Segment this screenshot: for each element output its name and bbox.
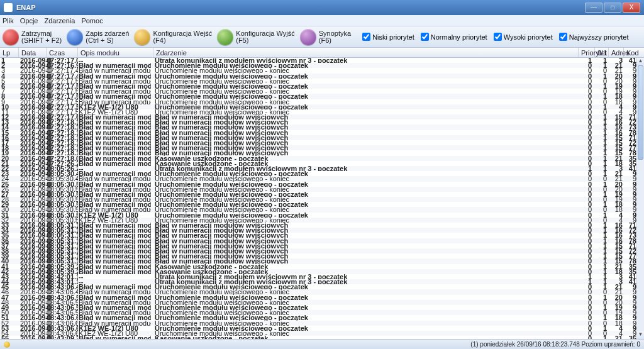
- table-row[interactable]: 542016-09-0308:43:06.653K1E2 WE-1(2) U80…: [0, 331, 636, 336]
- tb-zatrzymaj[interactable]: Zatrzymaj(SHIFT + F2): [3, 29, 62, 45]
- col-pri[interactable]: Priorytet: [579, 48, 595, 57]
- scroll-thumb[interactable]: [638, 65, 643, 160]
- col-zd[interactable]: Zdarzenie: [153, 48, 579, 57]
- table-row[interactable]: 432016-09-0308:42:01.130--Utrata komunik…: [0, 274, 636, 279]
- table-row[interactable]: 232016-09-0308:05:30.466Błąd w numeracji…: [0, 171, 636, 176]
- maximize-button[interactable]: □: [604, 3, 621, 13]
- table-row[interactable]: 152016-09-0307:27:18.131Błąd w numeracji…: [0, 130, 636, 135]
- table-row[interactable]: 302016-09-0308:05:30.562Błąd w numeracji…: [0, 207, 636, 212]
- table-row[interactable]: 422016-09-0308:05:39.260Błąd w numeracji…: [0, 269, 636, 274]
- table-row[interactable]: 262016-09-0308:05:30.501Błąd w numeracji…: [0, 187, 636, 192]
- table-row[interactable]: 392016-09-0308:05:31.168Błąd w numeracji…: [0, 253, 636, 258]
- check-niski[interactable]: Niski priorytet: [362, 33, 414, 41]
- scroll-down-icon[interactable]: ▼: [637, 331, 644, 339]
- vertical-scrollbar[interactable]: ▲ ▼: [636, 58, 644, 339]
- menu-plik[interactable]: Plik: [3, 17, 14, 25]
- menu-opcje[interactable]: Opcje: [20, 17, 38, 25]
- table-row[interactable]: 292016-09-0308:05:30.562Błąd w numeracji…: [0, 202, 636, 207]
- save-icon: [67, 29, 83, 45]
- app-icon: [4, 3, 13, 12]
- table-row[interactable]: 492016-09-0308:43:06.573Błąd w numeracji…: [0, 305, 636, 310]
- table-row[interactable]: 162016-09-0307:27:18.167Błąd w numeracji…: [0, 135, 636, 140]
- table-row[interactable]: 12016-09-0307:27:17.089--Utrata komunika…: [0, 58, 636, 63]
- synoptyka-icon: [300, 29, 316, 45]
- check-najwyzszy[interactable]: Najwyższy priorytet: [559, 33, 629, 41]
- table-row[interactable]: 32016-09-0307:27:17.467Błąd w numeracji …: [0, 68, 636, 73]
- menu-pomoc[interactable]: Pomoc: [81, 17, 103, 25]
- col-01[interactable]: 0/1: [595, 48, 609, 57]
- table-row[interactable]: 202016-09-0307:27:18.094Błąd w numeracji…: [0, 156, 636, 161]
- priority-checks: Niski priorytet Normalny priorytet Wysok…: [362, 33, 628, 41]
- config-in-icon: [134, 29, 150, 45]
- table-row[interactable]: 122016-09-0307:27:17.619Błąd w numeracji…: [0, 114, 636, 119]
- table-header: Lp ▼ Data Czas Opis modułu Zdarzenie Pri…: [0, 48, 644, 58]
- stop-icon: [3, 29, 19, 45]
- table-row[interactable]: 362016-09-0308:05:31.131Błąd w numeracji…: [0, 238, 636, 243]
- table-row[interactable]: 462016-09-0308:43:06.490Błąd w numeracji…: [0, 289, 636, 294]
- table-row[interactable]: 252016-09-0308:05:30.501Błąd w numeracji…: [0, 182, 636, 187]
- menu-zdarzenia[interactable]: Zdarzenia: [44, 17, 75, 25]
- toolbar: Zatrzymaj(SHIFT + F2) Zapis zdarzeń(Ctrl…: [0, 26, 644, 48]
- table-row[interactable]: 312016-09-0308:05:30.596K1E2 WE-1(2) U80…: [0, 213, 636, 218]
- table-row[interactable]: 382016-09-0308:05:31.168Błąd w numeracji…: [0, 248, 636, 253]
- table-row[interactable]: 452016-09-0308:43:06.490Błąd w numeracji…: [0, 284, 636, 289]
- table-row[interactable]: 102016-09-0307:27:17.595K1E2 WE-1(2) U80…: [0, 104, 636, 109]
- config-out-icon: [217, 29, 233, 45]
- scroll-up-icon[interactable]: ▲: [637, 58, 644, 65]
- table-row[interactable]: 22016-09-0307:27:16.955Błąd w numeracji …: [0, 63, 636, 68]
- status-right: (1) poniedziałek 26/09/16 08:18:23.748 P…: [470, 341, 640, 348]
- check-normalny[interactable]: Normalny priorytet: [421, 33, 487, 41]
- table-row[interactable]: 412016-09-0308:05:39.286Błąd w numeracji…: [0, 264, 636, 269]
- col-data[interactable]: Data: [19, 48, 47, 57]
- col-czas[interactable]: Czas: [47, 48, 78, 57]
- table-row[interactable]: 372016-09-0308:05:31.168Błąd w numeracji…: [0, 243, 636, 248]
- table-row[interactable]: 272016-09-0308:05:30.530Błąd w numeracji…: [0, 192, 636, 197]
- table-row[interactable]: 402016-09-0308:05:31.168Błąd w numeracji…: [0, 258, 636, 263]
- col-lp[interactable]: Lp ▼: [0, 48, 19, 57]
- table-row[interactable]: 322016-09-0308:05:30.596K1E2 WE-1(2) U80…: [0, 218, 636, 223]
- table-row[interactable]: 472016-09-0308:43:06.525Błąd w numeracji…: [0, 295, 636, 300]
- table-row[interactable]: 212016-09-0307:27:26.261Błąd w numeracji…: [0, 161, 636, 166]
- title-bar: ENAP — □ X: [0, 0, 644, 15]
- table-row[interactable]: 242016-09-0308:05:30.466Błąd w numeracji…: [0, 176, 636, 181]
- table-row[interactable]: 192016-09-0307:27:18.168Błąd w numeracji…: [0, 150, 636, 155]
- col-adres[interactable]: Adres: [609, 48, 624, 57]
- tb-zapis[interactable]: Zapis zdarzeń(Ctrl + S): [67, 29, 129, 45]
- table-body: 12016-09-0307:27:17.089--Utrata komunika…: [0, 58, 636, 339]
- table-row[interactable]: 82016-09-0307:27:17.563Błąd w numeracji …: [0, 94, 636, 99]
- table-row[interactable]: 92016-09-0307:27:17.563Błąd w numeracji …: [0, 99, 636, 104]
- table-row[interactable]: 132016-09-0307:27:18.131Błąd w numeracji…: [0, 119, 636, 125]
- close-button[interactable]: X: [623, 3, 640, 13]
- table-row[interactable]: 502016-09-0308:43:06.573Błąd w numeracji…: [0, 310, 636, 315]
- table-row[interactable]: 172016-09-0307:27:18.167Błąd w numeracji…: [0, 140, 636, 145]
- table-row[interactable]: 142016-09-0307:27:18.131Błąd w numeracji…: [0, 125, 636, 130]
- status-bar: (1) poniedziałek 26/09/16 08:18:23.748 P…: [0, 339, 644, 349]
- tb-konf-wejsc[interactable]: Konfiguracja Wejść(F4): [134, 29, 212, 45]
- status-indicator-icon: [4, 341, 10, 348]
- col-kod[interactable]: Kod: [624, 48, 636, 57]
- table-row[interactable]: 112016-09-0307:27:17.595K1E2 WE-1(2) U80…: [0, 109, 636, 114]
- tb-konf-wyjsc[interactable]: Konfiguracja Wyjść(F5): [217, 29, 294, 45]
- table-row[interactable]: 222016-09-0308:05:26.249--Utrata komunik…: [0, 166, 636, 171]
- window-title: ENAP: [16, 4, 584, 11]
- table-row[interactable]: 62016-09-0307:27:17.528Błąd w numeracji …: [0, 84, 636, 89]
- table-row[interactable]: 182016-09-0307:27:18.167Błąd w numeracji…: [0, 145, 636, 150]
- minimize-button[interactable]: —: [585, 3, 602, 13]
- table-row[interactable]: 342016-09-0308:05:31.131Błąd w numeracji…: [0, 228, 636, 233]
- table-row[interactable]: 332016-09-0308:05:31.131Błąd w numeracji…: [0, 223, 636, 228]
- tb-synoptyka[interactable]: Synoptyka(F6): [300, 29, 351, 45]
- table-row[interactable]: 72016-09-0307:27:17.528Błąd w numeracji …: [0, 89, 636, 94]
- table-row[interactable]: 352016-09-0308:05:31.131Błąd w numeracji…: [0, 233, 636, 238]
- table-row[interactable]: 282016-09-0308:05:30.530Błąd w numeracji…: [0, 197, 636, 202]
- check-wysoki[interactable]: Wysoki priorytet: [494, 33, 553, 41]
- table-row[interactable]: 482016-09-0308:43:06.525Błąd w numeracji…: [0, 300, 636, 305]
- table-row[interactable]: 532016-09-0308:43:06.653K1E2 WE-1(2) U80…: [0, 326, 636, 331]
- table-row[interactable]: 442016-09-0308:43:01.128--Utrata komunik…: [0, 279, 636, 284]
- menu-bar: Plik Opcje Zdarzenia Pomoc: [0, 15, 644, 26]
- table-row[interactable]: 522016-09-0308:43:06.613Błąd w numeracji…: [0, 321, 636, 326]
- col-opis[interactable]: Opis modułu: [78, 48, 153, 57]
- table-row[interactable]: 42016-09-0307:27:17.499Błąd w numeracji …: [0, 74, 636, 79]
- table-row[interactable]: 52016-09-0307:27:17.500Błąd w numeracji …: [0, 79, 636, 84]
- table-row[interactable]: 512016-09-0308:43:06.613Błąd w numeracji…: [0, 315, 636, 320]
